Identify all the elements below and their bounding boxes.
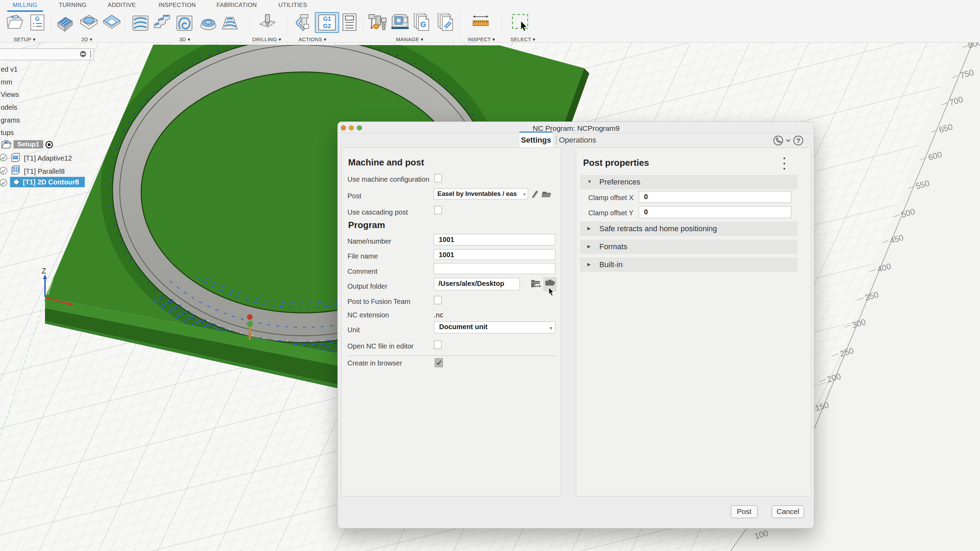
svg-text:350: 350 xyxy=(864,290,880,303)
svg-text:650: 650 xyxy=(938,122,954,135)
svg-text:G: G xyxy=(420,20,426,29)
svg-text:Z: Z xyxy=(41,266,46,275)
svg-text:400: 400 xyxy=(876,261,892,274)
svg-text:?: ? xyxy=(796,137,800,144)
svg-text:450: 450 xyxy=(889,233,905,245)
svg-text:100: 100 xyxy=(753,528,769,541)
svg-text:600: 600 xyxy=(927,150,943,162)
svg-text:500: 500 xyxy=(900,207,916,220)
svg-text:550: 550 xyxy=(915,178,931,191)
